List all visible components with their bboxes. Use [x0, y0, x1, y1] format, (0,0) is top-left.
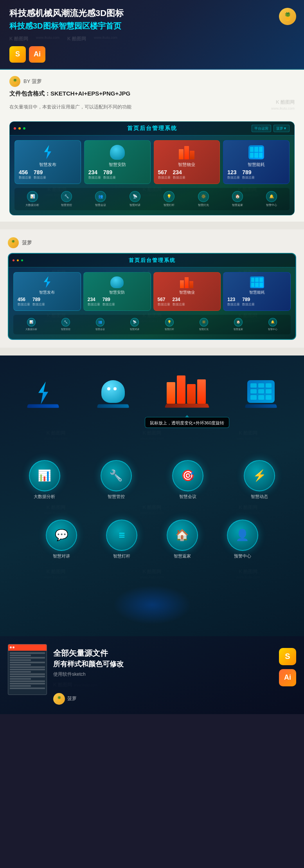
dashboard-frame: K 酷图网www.ikutu.com K 酷图网www.ikutu.com K … [9, 121, 295, 215]
thumb-row-11 [10, 676, 45, 677]
header-btn-user[interactable]: 菠萝▼ [273, 125, 290, 132]
circle-data-icon: 📊 [29, 460, 60, 491]
dashboard-header: 首页后台管理系统 平台运营 菠萝▼ [10, 122, 294, 135]
circle-home-icon: 🏠 [167, 520, 198, 551]
big-icon-buildings: 鼠标放上，透明度变化+外环360度旋转 [160, 367, 214, 414]
thumb-row-4 [10, 659, 31, 661]
tooltip-text: 鼠标放上，透明度变化+外环360度旋转 [150, 420, 224, 425]
s-icon-2: 🔧智慧管控 [49, 318, 82, 331]
thumb-row-5 [10, 662, 45, 663]
second-frame-inner: 智慧发布 456数据总量 789数据总量 智慧安防 234数据总量 789数据总… [9, 267, 295, 339]
author-avatar: 🍍 [9, 76, 20, 87]
thumb-top-bar [8, 644, 47, 651]
circle-alert-label: 预警中心 [234, 553, 251, 559]
circle-lamp-icon: ≡ [106, 520, 137, 551]
thumb-row-13 [10, 680, 45, 682]
editable-title2: 所有样式和颜色可修改 [53, 659, 273, 669]
talk-icon-circle: 📡 [130, 191, 140, 202]
by-section: 🍍 BY 菠萝 文件包含格式：SKETCH+AI+EPS+PNG+JPG 在矢量… [0, 70, 304, 115]
bottom-icon-home: 🏠 智慧返家 [221, 191, 254, 207]
circle-lamp-label: 智慧灯杆 [113, 553, 130, 559]
bottom-label-control: 智慧管控 [61, 203, 72, 207]
big-icon-robot [90, 375, 137, 414]
editable-watermark: K 酷图网 www.ikutu.com [53, 681, 273, 688]
circle-dynamic-icon: ⚡ [244, 460, 275, 491]
watermark-site-2: www.ikutu.com [94, 36, 117, 42]
second-avatar-name: 菠萝 [22, 239, 32, 246]
small-icon-control: 🔧 智慧管控 [83, 460, 149, 500]
circle-data-label: 大数据分析 [34, 494, 55, 500]
small-icon-home2: 🏠 智慧返家 [167, 520, 198, 559]
thumb-dot-2 [13, 646, 14, 648]
alert-icon-circle: 🔔 [266, 191, 277, 202]
second-card4: 智慧能耗 123数据总量 789数据总量 [223, 272, 291, 311]
small-icon-alert2: 👤 预警中心 [227, 520, 258, 559]
big-icon-grid [237, 375, 284, 414]
tooltip-box: 鼠标放上，透明度变化+外环360度旋转 [145, 417, 229, 428]
second-header: 首页后台管理系统 [9, 254, 295, 267]
thumb-row-1 [10, 652, 45, 654]
editable-section: 全部矢量源文件 所有样式和颜色可修改 使用软件sketch K 酷图网 www.… [0, 636, 304, 714]
bottom-icon-light: 🔆 智慧灯光 [187, 191, 219, 207]
bottom-label-light: 智慧灯光 [198, 203, 209, 207]
editable-avatar-row: 🍍 菠萝 [53, 693, 273, 705]
thumb-row-2 [10, 655, 31, 656]
thumb-row-15 [10, 685, 31, 687]
small-icons-row2: 💬 智慧对讲 ≡ 智慧灯杆 🏠 智慧返家 👤 预警中心 [8, 520, 296, 559]
right-tools: S Ai [279, 644, 296, 686]
second-cards-row: 智慧发布 456数据总量 789数据总量 智慧安防 234数据总量 789数据总… [13, 272, 291, 311]
second-card3: 智慧物业 567数据总量 234数据总量 [153, 272, 221, 311]
right-ai-icon: Ai [279, 669, 296, 686]
dashboard-section: K 酷图网www.ikutu.com K 酷图网www.ikutu.com K … [0, 115, 304, 222]
small-icon-lamp2: ≡ 智慧灯杆 [106, 520, 137, 559]
screenshot-thumbnail [8, 644, 47, 695]
by-label: BY 菠萝 [23, 78, 42, 85]
dashboard-header-right: 平台运营 菠萝▼ [252, 125, 290, 132]
card-zhihui-anfang: 智慧安防 234数据总量 789数据总量 [84, 140, 151, 184]
bottom-icon-meeting: 👥 智慧会议 [85, 191, 117, 207]
bottom-label-meeting: 智慧会议 [95, 203, 106, 207]
circle-control-label: 智慧管控 [108, 494, 125, 500]
data-icon-circle: 📊 [27, 191, 38, 202]
bottom-icon-talk: 📡 智慧对讲 [119, 191, 151, 207]
circle-talk-icon: 💬 [46, 520, 77, 551]
circle-home-label: 智慧返家 [174, 553, 191, 559]
mid-watermarks: K 酷图网www.ikutu.com K 酷图网www.ikutu.com K … [8, 504, 296, 515]
dashboard-cards: 智慧发布 456数据总量 789数据总量 智慧安防 234数据总量 789数据总… [14, 140, 290, 184]
card-zhihui-fabu: 智慧发布 456数据总量 789数据总量 [14, 140, 81, 184]
file-format-title: 文件包含格式：SKETCH+AI+EPS+PNG+JPG [9, 90, 295, 97]
icons-showcase-section: 鼠标放上，透明度变化+外环360度旋转 [0, 356, 304, 636]
gap-1 [0, 222, 304, 229]
small-icon-meeting: 🎯 智慧会议 [155, 460, 221, 500]
s-icon-6: 🔆智慧灯光 [187, 318, 220, 331]
editable-title1: 全部矢量源文件 [53, 648, 273, 659]
bottom-label-talk: 智慧对讲 [130, 203, 140, 207]
circle-meeting-label: 智慧会议 [179, 494, 196, 500]
home-icon-circle: 🏠 [232, 191, 243, 202]
big-icons-row: 鼠标放上，透明度变化+外环360度旋转 [8, 367, 296, 414]
thumb-row-7 [10, 666, 45, 668]
watermark-site-1: www.ikutu.com [36, 36, 59, 42]
card-zhihui-nengkao: 智慧能耗 123数据总量 789数据总量 [223, 140, 290, 184]
s-icon-7: 🏠智慧返家 [222, 318, 255, 331]
dashboard-title: 首页后台管理系统 [127, 125, 177, 132]
watermark-logo-1: K 酷图网 [9, 36, 28, 42]
circle-talk-label: 智慧对讲 [53, 553, 70, 559]
second-avatar-row: 🍍 菠萝 [8, 237, 296, 248]
header-section: 🍍 科技感机械风潮流光感3D图标 科技感3D图标智慧园区楼宇首页 K 酷图网 w… [0, 0, 304, 69]
s-icon-4: 📡智慧对讲 [118, 318, 151, 331]
editable-avatar-name: 菠萝 [67, 695, 77, 702]
meeting-icon-circle: 👥 [95, 191, 106, 202]
bottom-icon-control: 🔧 智慧管控 [50, 191, 83, 207]
tooltip-arrow [185, 415, 189, 417]
small-icons-row1: 📊 大数据分析 🔧 智慧管控 🎯 智慧会议 ⚡ 智慧动态 [8, 460, 296, 500]
header-btn-platform[interactable]: 平台运营 [252, 125, 271, 132]
showcase-watermarks: K 酷图网www.ikutu.com K 酷图网www.ikutu.com K … [8, 430, 296, 440]
light-icon-circle: 🔆 [198, 191, 209, 202]
second-avatar: 🍍 [8, 237, 19, 248]
thumb-row-12 [10, 678, 31, 680]
thumb-dot-1 [10, 646, 12, 648]
sketch-icon: S [9, 46, 26, 63]
pineapple-avatar: 🍍 [279, 8, 296, 25]
bottom-label-home: 智慧返家 [232, 203, 243, 207]
